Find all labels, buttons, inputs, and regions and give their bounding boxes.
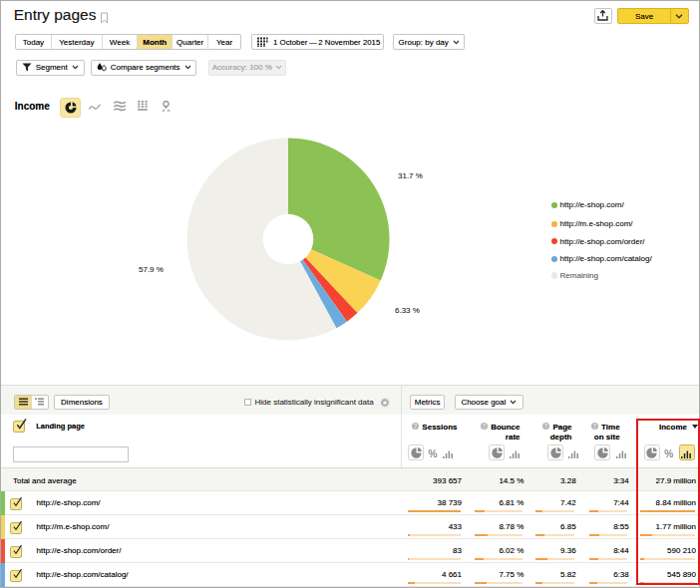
svg-text:?: ? xyxy=(543,423,547,430)
svg-text:?: ? xyxy=(413,423,417,430)
svg-text:?: ? xyxy=(482,423,486,430)
svg-text:?: ? xyxy=(592,423,596,430)
